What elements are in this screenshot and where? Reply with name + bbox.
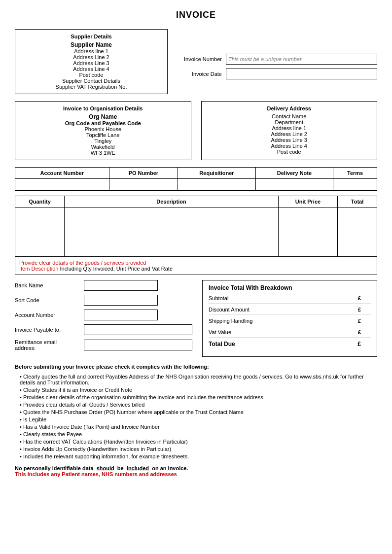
unit-price-header: Unit Price (279, 196, 338, 208)
items-note-line2-prefix: Item Description (19, 266, 60, 272)
supplier-address3: Address Line 3 (20, 60, 162, 66)
items-note: Provide clear details of the goods / ser… (15, 257, 377, 275)
checklist-item: • Clearly States if it is an Invoice or … (15, 387, 377, 393)
bank-fields: Bank Name Sort Code Account Number Invoi… (15, 280, 192, 357)
no-pii-be: be (117, 465, 124, 471)
account-number-input[interactable] (84, 310, 158, 320)
subtotal-label: Subtotal (209, 295, 358, 301)
supplier-section-title: Supplier Details (20, 34, 162, 39)
unit-price-cell (279, 208, 338, 257)
supplier-contact: Supplier Contact Details (20, 78, 162, 84)
no-pii-line: No personally identifiable data should b… (15, 465, 377, 471)
org-details-box: Invoice to Organisation Details Org Name… (15, 101, 191, 160)
totals-box: Invoice Total With Breakdown Subtotal £ … (202, 280, 377, 357)
total-due-row: Total Due £ (209, 341, 371, 349)
po-number-cell (109, 179, 178, 191)
supplier-postcode: Post code (20, 72, 162, 78)
no-pii-on-invoice: on an invoice. (152, 465, 188, 471)
checklist-item: • Is Legible (15, 416, 377, 422)
terms-cell (333, 179, 377, 191)
bank-name-input[interactable] (84, 280, 158, 291)
subtotal-row: Subtotal £ (209, 295, 371, 304)
total-cell (338, 208, 377, 257)
remittance-row: Remittance email address: (15, 339, 192, 351)
total-due-pound: £ (357, 341, 361, 347)
org-address1: Phoenix House (20, 126, 186, 132)
account-number-cell (15, 179, 109, 191)
supplier-address4: Address Line 4 (20, 66, 162, 72)
sort-code-row: Sort Code (15, 295, 192, 306)
totals-title: Invoice Total With Breakdown (209, 284, 371, 291)
delivery-postcode: Post code (207, 149, 372, 155)
checklist-item: • Includes the relevant supporting infor… (15, 453, 377, 459)
items-note-line1: Provide clear details of the goods / ser… (19, 260, 146, 266)
org-address3: Tingley (20, 138, 186, 144)
checklist-item: • Has the correct VAT Calculations (Hand… (15, 439, 377, 445)
discount-label: Discount Amount (209, 307, 358, 312)
shipping-label: Shipping Handling (209, 318, 358, 324)
sort-code-label: Sort Code (15, 297, 79, 303)
remittance-input[interactable] (84, 340, 192, 350)
subtotal-pound: £ (358, 295, 361, 301)
description-cell (65, 208, 279, 257)
invoice-number-row: Invoice Number (178, 54, 377, 65)
org-address4: Wakefield (20, 144, 186, 150)
sort-code-input[interactable] (84, 295, 158, 306)
bank-name-label: Bank Name (15, 282, 79, 288)
total-due-label: Total Due (209, 341, 357, 347)
org-postcode: WF3 1WE (20, 150, 186, 156)
delivery-address1: Address line 1 (207, 125, 372, 131)
supplier-vat: Supplier VAT Registration No. (20, 84, 162, 90)
checklist-item: • Has a Valid Invoice Date (Tax Point) a… (15, 424, 377, 430)
invoice-date-input[interactable] (226, 69, 377, 79)
po-number-header: PO Number (109, 168, 178, 179)
shipping-pound: £ (358, 318, 361, 324)
delivery-department: Department (207, 119, 372, 125)
org-name: Org Name (20, 113, 186, 120)
quantity-cell (15, 208, 65, 257)
supplier-address1: Address line 1 (20, 48, 162, 54)
payable-label: Invoice Payable to: (15, 327, 79, 333)
invoice-date-label: Invoice Date (178, 71, 222, 77)
items-table-section: Quantity Description Unit Price Total Pr… (15, 196, 377, 275)
quantity-header: Quantity (15, 196, 65, 208)
requisitioner-header: Requisitioner (178, 168, 255, 179)
delivery-note-header: Delivery Note (255, 168, 333, 179)
checklist-item: • Clearly states the Payee (15, 431, 377, 437)
invoice-title: INVOICE (15, 10, 377, 20)
account-number-header: Account Number (15, 168, 109, 179)
delivery-section-title: Delivery Address (207, 105, 372, 111)
delivery-address2: Address Line 2 (207, 131, 372, 137)
delivery-note-cell (255, 179, 333, 191)
bank-name-row: Bank Name (15, 280, 192, 291)
items-body-row (15, 208, 377, 257)
delivery-contact: Contact Name (207, 113, 372, 119)
checklist-item: • Quotes the NHS Purchase Order (PO) Num… (15, 409, 377, 415)
payable-row: Invoice Payable to: (15, 324, 192, 335)
requisitioner-cell (178, 179, 255, 191)
invoice-number-label: Invoice Number (178, 56, 222, 62)
discount-row: Discount Amount £ (209, 307, 371, 315)
vat-label: Vat Value (209, 329, 358, 335)
checklist-title: Before submitting your Invoice please ch… (15, 364, 377, 370)
no-pii-should: should (97, 465, 114, 471)
delivery-address3: Address Line 3 (207, 137, 372, 143)
description-header: Description (65, 196, 279, 208)
account-number-label: Account Number (15, 312, 79, 318)
vat-row: Vat Value £ (209, 329, 371, 338)
account-table-row (15, 179, 377, 191)
supplier-details-box: Supplier Details Supplier Name Address l… (15, 29, 168, 94)
account-table: Account Number PO Number Requisitioner D… (15, 167, 377, 191)
account-number-row: Account Number (15, 310, 192, 320)
invoice-date-row: Invoice Date (178, 69, 377, 79)
invoice-fields-section: Invoice Number Invoice Date (178, 29, 377, 94)
payable-input[interactable] (84, 324, 192, 335)
checklist-item: • Clearly quotes the full and correct Pa… (15, 374, 377, 385)
invoice-number-input[interactable] (226, 54, 377, 65)
org-address2: Topcliffe Lane (20, 132, 186, 138)
checklist-section: Before submitting your Invoice please ch… (15, 364, 377, 459)
org-section-title: Invoice to Organisation Details (20, 105, 186, 111)
delivery-address4: Address Line 4 (207, 143, 372, 149)
no-pii-line2: This includes any Patient names, NHS num… (15, 471, 377, 477)
total-header: Total (338, 196, 377, 208)
